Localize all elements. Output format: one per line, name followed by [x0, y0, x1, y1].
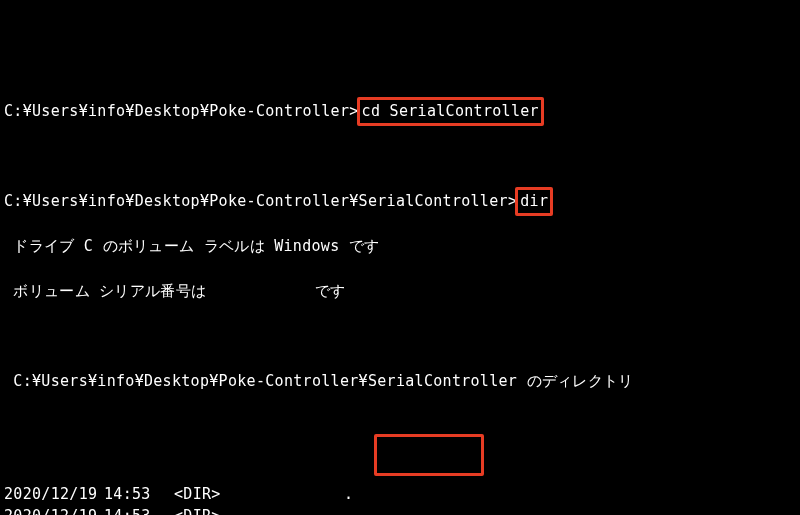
cmd-dir[interactable]: dir: [520, 192, 548, 210]
prompt-path-1: C:¥Users¥info¥Desktop¥Poke-Controller: [4, 102, 349, 120]
row-attr: <DIR>: [174, 505, 244, 515]
row-size: [244, 483, 344, 506]
prompt-path-2: C:¥Users¥info¥Desktop¥Poke-Controller¥Se…: [4, 192, 508, 210]
volume-label-line: ドライブ C のボリューム ラベルは Windows です: [4, 235, 796, 258]
row-attr: <DIR>: [174, 483, 244, 506]
row-date: 2020/12/19: [4, 483, 104, 506]
dir-row: 2020/12/1914:53<DIR>..: [4, 505, 796, 515]
cmd-cd[interactable]: cd SerialController: [362, 102, 539, 120]
dir-row: 2020/12/1914:53<DIR>.: [4, 483, 796, 506]
row-name: ..: [344, 505, 796, 515]
blank-line: [4, 415, 796, 438]
prompt-line-1: C:¥Users¥info¥Desktop¥Poke-Controller>cd…: [4, 100, 796, 123]
row-time: 14:53: [104, 505, 174, 515]
volume-serial-line: ボリューム シリアル番号は です: [4, 280, 796, 303]
highlight-window-py: [374, 434, 484, 476]
prompt-line-2: C:¥Users¥info¥Desktop¥Poke-Controller¥Se…: [4, 190, 796, 213]
row-name: .: [344, 483, 796, 506]
blank-line: [4, 145, 796, 168]
blank-line: [4, 325, 796, 348]
redacted-serial: [216, 285, 306, 300]
dir-listing: 2020/12/1914:53<DIR>.2020/12/1914:53<DIR…: [4, 483, 796, 516]
row-date: 2020/12/19: [4, 505, 104, 515]
highlight-cmd-dir: dir: [515, 187, 553, 216]
directory-of-line: C:¥Users¥info¥Desktop¥Poke-Controller¥Se…: [4, 370, 796, 393]
row-size: [244, 505, 344, 515]
row-time: 14:53: [104, 483, 174, 506]
highlight-cmd-cd: cd SerialController: [357, 97, 544, 126]
